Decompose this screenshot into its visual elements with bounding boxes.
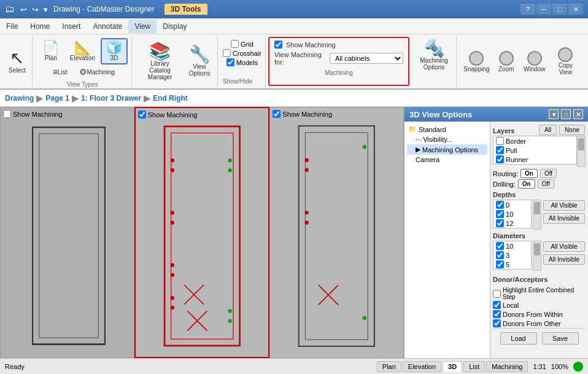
menu-view[interactable]: View [128, 20, 157, 33]
svg-point-25 [305, 168, 309, 172]
select-button[interactable]: ↖ Select [5, 48, 29, 76]
diameter-10-row[interactable]: 10 [493, 241, 531, 251]
list-view-button[interactable]: ≡ List [47, 65, 74, 79]
machining-options-button[interactable]: 🔩 Machining Options [416, 38, 452, 72]
diameter-10-check[interactable] [496, 242, 504, 250]
machining-button[interactable]: ⚙ Machining [75, 65, 119, 79]
active-tab-label[interactable]: 3D Tools [164, 4, 207, 15]
minimize-button[interactable]: ─ [536, 4, 551, 15]
menu-display[interactable]: Display [157, 20, 193, 33]
snapping-button[interactable]: Snapping [462, 49, 492, 74]
crosshair-checkbox[interactable] [223, 49, 231, 57]
breadcrumb-endright[interactable]: End Right [153, 94, 188, 103]
tree-standard[interactable]: 📁 Standard [407, 124, 487, 134]
menu-file[interactable]: File [0, 20, 24, 33]
donor-other-row[interactable]: Donors From Other [493, 319, 586, 328]
maximize-button[interactable]: □ [552, 4, 567, 15]
help-button[interactable]: ? [520, 4, 535, 15]
drilling-off-button[interactable]: Off [538, 179, 554, 189]
view-types-group: 📄 Plan 📐 Elevation 🧊 3D ≡ List [34, 36, 132, 87]
depth-12-check[interactable] [496, 219, 504, 227]
panel-restore-button[interactable]: □ [561, 109, 571, 119]
load-button[interactable]: Load [500, 332, 537, 345]
zoom-display: 100% [551, 363, 568, 370]
donor-within-row[interactable]: Donors From Within [493, 310, 586, 319]
diameter-5-check[interactable] [496, 260, 504, 268]
routing-on-button[interactable]: On [520, 169, 538, 178]
tree-machining-options[interactable]: ▶ Machining Options [407, 144, 487, 155]
tab-machining[interactable]: Machining [486, 361, 528, 372]
donor-local-check[interactable] [493, 301, 501, 309]
zoom-button[interactable]: Zoom [493, 49, 520, 74]
depth-0-row[interactable]: 0 [493, 200, 531, 209]
donor-local-row[interactable]: Local [493, 300, 586, 310]
svg-point-30 [363, 145, 366, 149]
panel-controls: ▾ □ ✕ [549, 109, 583, 119]
diameters-all-visible-button[interactable]: All Visible [543, 241, 585, 252]
models-checkbox[interactable] [226, 58, 234, 66]
depth-12-row[interactable]: 12 [493, 219, 531, 228]
tab-3d[interactable]: 3D [443, 361, 462, 372]
donor-other-check[interactable] [493, 319, 501, 327]
routing-row: Routing: On Off [493, 169, 586, 178]
grid-checkbox[interactable] [231, 40, 239, 48]
svg-point-24 [305, 158, 309, 162]
viewport-3-machining-text: Show Machining [282, 111, 332, 118]
menu-home[interactable]: Home [24, 20, 56, 33]
breadcrumb-drawing[interactable]: Drawing [5, 94, 34, 103]
diameter-5-row[interactable]: 5 [493, 260, 531, 269]
save-button[interactable]: Save [542, 332, 579, 345]
layer-runner-check[interactable] [496, 155, 504, 163]
close-button[interactable]: ✕ [568, 4, 583, 15]
diameter-3-row[interactable]: 3 [493, 251, 531, 260]
drilling-on-button[interactable]: On [518, 179, 535, 189]
3d-button[interactable]: 🧊 3D [101, 38, 128, 64]
viewport-1-machining-check[interactable] [3, 110, 11, 118]
show-machining-checkbox[interactable] [274, 41, 282, 49]
tab-elevation[interactable]: Elevation [403, 361, 441, 372]
depth-10-row[interactable]: 10 [493, 209, 531, 219]
crosshair-check-row: Crosshair [223, 49, 261, 57]
machining-options-icon: 🔩 [424, 40, 445, 57]
depths-all-visible-button[interactable]: All Visible [543, 200, 585, 211]
redo-button[interactable]: ↪ [30, 5, 41, 14]
depth-0-check[interactable] [496, 201, 504, 209]
cabinet-drawing-1 [1, 107, 134, 357]
layer-border-check[interactable] [496, 137, 504, 145]
layer-pull-check[interactable] [496, 146, 504, 154]
tree-camera[interactable]: Camera [407, 155, 487, 165]
time-display: 1:31 [533, 363, 546, 370]
donor-within-check[interactable] [493, 310, 501, 318]
view-options-button[interactable]: 🔧 View Options [185, 44, 214, 79]
panel-collapse-button[interactable]: ▾ [549, 109, 559, 119]
viewport-2-machining-check[interactable] [138, 111, 146, 119]
breadcrumb-page1[interactable]: Page 1 [45, 94, 69, 103]
copy-view-button[interactable]: Copy View [549, 45, 582, 77]
quick-access-btn[interactable]: ▾ [42, 5, 50, 14]
menu-annotate[interactable]: Annotate [87, 20, 128, 33]
diameters-all-invisible-button[interactable]: All Invisible [543, 254, 585, 265]
layer-border[interactable]: Border [493, 136, 576, 146]
layers-none-button[interactable]: None [559, 125, 585, 135]
depth-10-check[interactable] [496, 210, 504, 218]
tree-visibility[interactable]: ··· Visibility... [407, 134, 487, 144]
undo-button[interactable]: ↩ [18, 5, 29, 14]
layers-all-button[interactable]: All [539, 125, 557, 135]
depths-all-invisible-button[interactable]: All Invisible [543, 213, 585, 224]
tab-list[interactable]: List [463, 361, 485, 372]
elevation-button[interactable]: 📐 Elevation [66, 38, 99, 64]
viewport-3-machining-check[interactable] [273, 110, 280, 118]
tab-plan[interactable]: Plan [377, 361, 401, 372]
highlight-combined-check[interactable] [493, 290, 501, 298]
plan-button[interactable]: 📄 Plan [37, 38, 64, 64]
routing-off-button[interactable]: Off [540, 169, 557, 178]
panel-close-button[interactable]: ✕ [573, 109, 583, 119]
layer-pull[interactable]: Pull [493, 146, 576, 155]
view-machining-select[interactable]: All cabinets Current cabinet [330, 53, 403, 64]
layer-runner[interactable]: Runner [493, 155, 576, 164]
breadcrumb-floor3[interactable]: 1: Floor 3 Drawer [81, 94, 141, 103]
window-button[interactable]: Window [521, 49, 548, 74]
diameter-3-check[interactable] [496, 251, 504, 259]
library-catalog-button[interactable]: 📚 Library Catalog Manager [137, 41, 183, 82]
menu-insert[interactable]: Insert [56, 20, 87, 33]
